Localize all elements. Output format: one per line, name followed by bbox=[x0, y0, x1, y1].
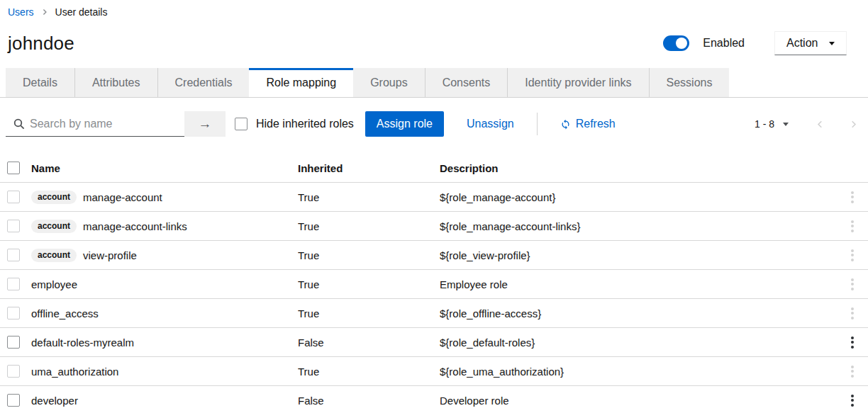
column-header-description: Description bbox=[440, 162, 837, 174]
table-row: accountmanage-account-links True ${role_… bbox=[0, 211, 868, 240]
role-description: ${role_manage-account} bbox=[440, 191, 837, 203]
table-row: default-roles-myrealm False ${role_defau… bbox=[0, 327, 868, 356]
hide-inherited-group: Hide inherited roles bbox=[235, 118, 354, 130]
enabled-toggle[interactable] bbox=[663, 35, 689, 51]
breadcrumb-separator-icon bbox=[41, 9, 48, 16]
row-kebab-button[interactable] bbox=[847, 244, 858, 266]
arrow-right-icon: → bbox=[199, 116, 212, 132]
tab-role-mapping[interactable]: Role mapping bbox=[249, 68, 353, 97]
role-name: manage-account bbox=[83, 191, 162, 203]
toggle-knob bbox=[676, 38, 687, 49]
tab-credentials[interactable]: Credentials bbox=[158, 68, 250, 97]
tabs-bar: Details Attributes Credentials Role mapp… bbox=[0, 68, 868, 98]
row-checkbox[interactable] bbox=[7, 249, 20, 261]
refresh-icon bbox=[560, 119, 571, 130]
next-page-button[interactable] bbox=[849, 120, 858, 129]
inherited-value: False bbox=[298, 395, 440, 407]
toolbar: → Hide inherited roles Assign role Unass… bbox=[6, 106, 858, 142]
row-kebab-button[interactable] bbox=[847, 186, 858, 208]
row-checkbox[interactable] bbox=[7, 365, 20, 378]
roles-table: Name Inherited Description accountmanage… bbox=[0, 154, 868, 413]
chevron-left-icon bbox=[816, 120, 825, 129]
client-badge: account bbox=[31, 220, 77, 233]
hide-inherited-label[interactable]: Hide inherited roles bbox=[256, 118, 354, 130]
role-name: view-profile bbox=[83, 249, 137, 261]
tabs: Details Attributes Credentials Role mapp… bbox=[6, 68, 868, 97]
role-description: ${role_uma_authorization} bbox=[440, 366, 837, 378]
tab-sessions[interactable]: Sessions bbox=[650, 68, 730, 97]
table-row: accountmanage-account True ${role_manage… bbox=[0, 182, 868, 211]
tab-identity-provider-links[interactable]: Identity provider links bbox=[508, 68, 649, 97]
chevron-right-icon bbox=[849, 120, 858, 129]
select-all-checkbox[interactable] bbox=[7, 162, 20, 174]
search-icon bbox=[13, 118, 25, 132]
column-header-name: Name bbox=[31, 162, 298, 174]
pagination-range: 1 - 8 bbox=[755, 118, 774, 130]
table-row: developer False Developer role bbox=[0, 385, 868, 413]
role-description: Employee role bbox=[440, 278, 837, 290]
role-name: offline_access bbox=[31, 307, 99, 319]
row-kebab-button[interactable] bbox=[847, 302, 858, 324]
enabled-label: Enabled bbox=[703, 37, 745, 50]
refresh-label: Refresh bbox=[576, 118, 616, 130]
row-checkbox[interactable] bbox=[7, 394, 20, 407]
role-name: developer bbox=[31, 395, 78, 407]
row-kebab-button[interactable] bbox=[847, 390, 858, 411]
table-header-row: Name Inherited Description bbox=[0, 154, 868, 182]
role-name: manage-account-links bbox=[83, 220, 187, 232]
role-description: ${role_manage-account-links} bbox=[440, 220, 837, 232]
row-kebab-button[interactable] bbox=[847, 332, 858, 353]
pagination-menu-toggle[interactable]: 1 - 8 bbox=[755, 118, 789, 130]
role-name: employee bbox=[31, 278, 77, 290]
header-actions: Enabled Action bbox=[663, 31, 847, 55]
inherited-value: True bbox=[298, 249, 440, 261]
inherited-value: True bbox=[298, 220, 440, 232]
inherited-value: True bbox=[298, 191, 440, 203]
inherited-value: True bbox=[298, 366, 440, 378]
action-dropdown[interactable]: Action bbox=[774, 31, 847, 55]
table-row: uma_authorization True ${role_uma_author… bbox=[0, 356, 868, 385]
client-badge: account bbox=[31, 191, 77, 204]
row-kebab-button[interactable] bbox=[847, 361, 858, 382]
prev-page-button[interactable] bbox=[816, 120, 825, 129]
breadcrumb-item-current: User details bbox=[55, 6, 108, 18]
caret-down-icon bbox=[829, 42, 835, 45]
tab-details[interactable]: Details bbox=[6, 68, 75, 97]
search-submit-button[interactable]: → bbox=[184, 111, 226, 137]
inherited-value: True bbox=[298, 307, 440, 319]
breadcrumb-link-users[interactable]: Users bbox=[8, 6, 34, 18]
row-kebab-button[interactable] bbox=[847, 215, 858, 237]
role-description: ${role_default-roles} bbox=[440, 336, 837, 349]
inherited-value: False bbox=[298, 336, 440, 349]
role-name: uma_authorization bbox=[31, 366, 118, 378]
inherited-value: True bbox=[298, 278, 440, 290]
row-kebab-button[interactable] bbox=[847, 273, 858, 295]
search-group: → bbox=[6, 111, 226, 137]
assign-role-button[interactable]: Assign role bbox=[365, 111, 444, 137]
role-description: Developer role bbox=[440, 395, 837, 407]
table-row: employee True Employee role bbox=[0, 269, 868, 298]
search-input[interactable] bbox=[6, 111, 184, 137]
caret-down-icon bbox=[783, 123, 789, 126]
row-checkbox[interactable] bbox=[7, 278, 20, 290]
breadcrumb: Users User details bbox=[0, 0, 868, 18]
table-row: offline_access True ${role_offline-acces… bbox=[0, 298, 868, 327]
column-header-inherited: Inherited bbox=[298, 162, 440, 174]
client-badge: account bbox=[31, 249, 77, 262]
hide-inherited-checkbox[interactable] bbox=[235, 118, 247, 130]
unassign-button[interactable]: Unassign bbox=[467, 118, 514, 130]
row-checkbox[interactable] bbox=[7, 307, 20, 319]
role-description: ${role_offline-access} bbox=[440, 307, 837, 319]
table-row: accountview-profile True ${role_view-pro… bbox=[0, 240, 868, 269]
pagination: 1 - 8 bbox=[755, 118, 858, 130]
row-checkbox[interactable] bbox=[7, 336, 20, 349]
page-title: johndoe bbox=[8, 33, 74, 55]
role-description: ${role_view-profile} bbox=[440, 249, 837, 261]
tab-groups[interactable]: Groups bbox=[353, 68, 425, 97]
refresh-button[interactable]: Refresh bbox=[560, 118, 616, 130]
tab-attributes[interactable]: Attributes bbox=[75, 68, 158, 97]
row-checkbox[interactable] bbox=[7, 191, 20, 203]
action-dropdown-label: Action bbox=[786, 37, 818, 50]
tab-consents[interactable]: Consents bbox=[425, 68, 508, 97]
row-checkbox[interactable] bbox=[7, 220, 20, 232]
